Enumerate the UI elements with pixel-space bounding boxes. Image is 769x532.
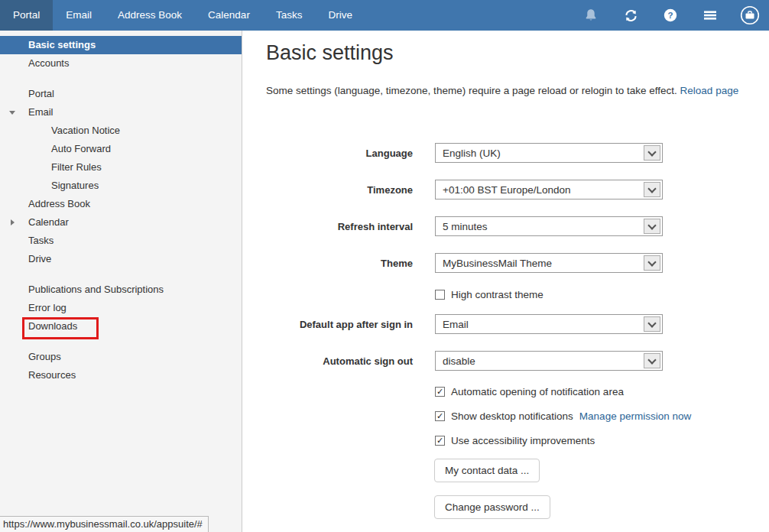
automatic-sign-out-select-value: disable [436,355,475,367]
tab-tasks[interactable]: Tasks [263,0,316,31]
accessibility-improvements-checkbox[interactable]: ✓ Use accessibility improvements [435,434,595,446]
sidebar-item-signatures[interactable]: Signatures [0,177,242,195]
sidebar-item-label: Email [28,106,54,118]
menu-icon[interactable] [700,5,720,25]
sidebar-item-accounts[interactable]: Accounts [0,54,242,73]
chevron-down-icon [644,353,660,368]
sidebar-item-basic-settings[interactable]: Basic settings [0,36,242,54]
tab-address-book[interactable]: Address Book [105,0,195,31]
refresh-interval-label: Refresh interval [266,221,413,232]
my-contact-data-button[interactable]: My contact data ... [434,459,540,482]
timezone-select[interactable]: +01:00 BST Europe/London [435,180,663,200]
caret-right-icon [11,219,15,225]
intro-text: Some settings (language, timezone, theme… [266,83,741,99]
tab-email[interactable]: Email [53,0,105,31]
timezone-row: Timezone +01:00 BST Europe/London [266,180,663,200]
refresh-interval-row: Refresh interval 5 minutes [266,216,663,236]
sidebar-item-tasks[interactable]: Tasks [0,232,242,250]
refresh-interval-select[interactable]: 5 minutes [435,216,663,236]
sidebar-item-error-log[interactable]: Error log [0,299,242,317]
sidebar-item-email[interactable]: Email [0,103,242,122]
theme-select-value: MyBusinessMail Theme [436,258,552,269]
chevron-down-icon [644,182,660,197]
language-row: Language English (UK) [266,143,663,163]
page-title: Basic settings [266,41,394,65]
language-select[interactable]: English (UK) [435,143,663,163]
change-password-button[interactable]: Change password ... [434,495,550,519]
checkbox-label: Automatic opening of notification area [451,386,624,397]
help-icon[interactable]: ? [660,5,680,25]
sidebar-item-drive[interactable]: Drive [0,250,242,268]
checkbox-box[interactable]: ✓ [435,387,445,397]
automatic-sign-out-label: Automatic sign out [266,355,413,367]
manage-permission-link[interactable]: Manage permission now [579,410,691,422]
checkbox-box[interactable] [435,290,445,300]
high-contrast-theme-checkbox[interactable]: High contrast theme [435,288,543,300]
default-app-select-value: Email [436,319,469,330]
checkbox-label: High contrast theme [451,289,543,300]
theme-label: Theme [266,258,413,269]
theme-row: Theme MyBusinessMail Theme [266,253,663,273]
language-select-value: English (UK) [436,148,501,159]
intro-sentence: Some settings (language, timezone, theme… [266,85,677,96]
tab-calendar[interactable]: Calendar [195,0,263,31]
topbar: Portal Email Address Book Calendar Tasks… [0,0,769,31]
sidebar-item-groups[interactable]: Groups [0,348,242,366]
theme-select[interactable]: MyBusinessMail Theme [435,253,663,273]
chevron-down-icon [644,316,660,332]
settings-pane: Basic settings Some settings (language, … [243,31,769,532]
sidebar-item-portal[interactable]: Portal [0,85,242,103]
timezone-label: Timezone [266,184,413,196]
chevron-down-icon [644,255,660,271]
desktop-notifications-checkbox[interactable]: ✓ Show desktop notifications Manage perm… [435,410,691,422]
default-app-select[interactable]: Email [435,314,663,334]
automatic-sign-out-select[interactable]: disable [435,351,663,371]
reload-page-link[interactable]: Reload page [680,85,739,96]
language-label: Language [266,148,413,159]
refresh-interval-select-value: 5 minutes [436,221,488,232]
automatic-sign-out-row: Automatic sign out disable [266,351,663,371]
checkbox-box[interactable]: ✓ [435,436,445,446]
account-avatar-icon[interactable] [740,5,760,25]
refresh-icon[interactable] [621,5,641,25]
sidebar-item-address-book[interactable]: Address Book [0,195,242,213]
checkbox-label: Use accessibility improvements [451,435,595,446]
sidebar-item-vacation-notice[interactable]: Vacation Notice [0,122,242,140]
checkbox-label: Show desktop notifications [451,410,573,422]
notifications-bell-icon[interactable] [581,5,601,25]
sidebar-item-resources[interactable]: Resources [0,366,242,384]
tab-drive[interactable]: Drive [315,0,365,31]
default-app-row: Default app after sign in Email [266,314,663,334]
sidebar-item-publications-and-subscriptions[interactable]: Publications and Subscriptions [0,281,242,299]
sidebar-item-downloads[interactable]: Downloads [0,317,242,336]
sidebar-item-auto-forward[interactable]: Auto Forward [0,140,242,158]
topbar-icons: ? [581,0,760,31]
svg-text:?: ? [667,11,673,20]
default-app-label: Default app after sign in [266,319,413,330]
chevron-down-icon [644,145,660,161]
auto-open-notification-checkbox[interactable]: ✓ Automatic opening of notification area [435,385,624,397]
checkbox-box[interactable]: ✓ [435,411,445,421]
settings-sidebar: Basic settings Accounts Portal Email Vac… [0,31,242,532]
sidebar-item-label: Calendar [28,216,69,228]
link-preview-statusbar: https://www.mybusinessmail.co.uk/appsuit… [0,516,209,532]
caret-down-icon [9,111,15,115]
tab-portal[interactable]: Portal [0,0,53,31]
timezone-select-value: +01:00 BST Europe/London [436,184,571,196]
sidebar-item-calendar[interactable]: Calendar [0,213,242,232]
chevron-down-icon [644,219,660,234]
sidebar-item-filter-rules[interactable]: Filter Rules [0,158,242,177]
